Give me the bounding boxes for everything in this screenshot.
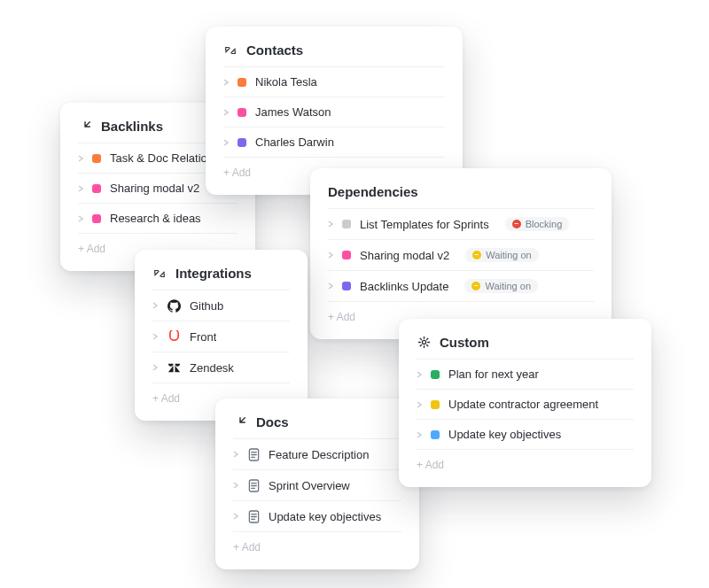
status-dot (342, 282, 351, 290)
card-header: Contacts (223, 43, 445, 66)
status-dot (238, 78, 246, 87)
list-item[interactable]: Update key objectives (417, 419, 634, 449)
list-item[interactable]: James Watson (223, 97, 445, 127)
card-docs: Docs Feature Description Sprint Overview… (215, 398, 419, 569)
item-label: Github (190, 299, 223, 313)
badge-blocking: − Blocking (505, 217, 570, 231)
add-button[interactable]: + Add (417, 449, 634, 478)
card-dependencies: Dependencies List Templates for Sprints … (310, 168, 612, 339)
card-title: Backlinks (101, 119, 163, 134)
item-label: Update contractor agreement (448, 398, 598, 411)
chevron-right-icon (223, 140, 229, 145)
document-icon (247, 447, 260, 461)
badge-label: Waiting on (486, 250, 532, 260)
card-integrations: Integrations Github Front Zendesk + Add (135, 250, 308, 421)
card-header: Docs (233, 414, 401, 438)
svg-point-3 (422, 340, 425, 344)
list-item[interactable]: Feature Description (233, 438, 401, 469)
list-item[interactable]: Github (152, 290, 290, 321)
card-header: Dependencies (328, 184, 594, 208)
github-icon (167, 298, 181, 313)
card-title: Integrations (175, 266, 252, 281)
chevron-right-icon (417, 402, 422, 407)
list-item[interactable]: Plan for next year (417, 359, 634, 389)
item-label: Update key objectives (269, 510, 381, 523)
item-label: Sharing modal v2 (360, 249, 449, 262)
status-dot (92, 184, 101, 193)
status-dot (238, 138, 246, 147)
link-arrows-icon (152, 267, 167, 281)
card-title: Contacts (246, 43, 303, 58)
minus-circle-icon: − (472, 251, 481, 259)
chevron-right-icon (152, 334, 158, 339)
chevron-right-icon (78, 186, 83, 191)
item-label: Sharing modal v2 (110, 182, 199, 195)
card-header: Custom (417, 335, 634, 359)
badge-label: Waiting on (485, 281, 531, 291)
item-label: Charles Darwin (255, 135, 334, 149)
status-dot (431, 400, 440, 409)
list-item[interactable]: Front (152, 321, 290, 352)
zendesk-icon (167, 360, 181, 375)
badge-waiting: − Waiting on (465, 248, 539, 262)
chevron-right-icon (233, 452, 238, 457)
arrow-in-icon (78, 120, 92, 134)
document-icon (247, 509, 260, 523)
add-button[interactable]: + Add (233, 531, 401, 561)
list-item[interactable]: Backlinks Update − Waiting on (328, 270, 594, 301)
chevron-right-icon (417, 432, 422, 437)
item-label: Sprint Overview (269, 479, 350, 492)
list-item[interactable]: Research & ideas (78, 203, 238, 233)
status-dot (238, 108, 246, 117)
item-label: James Watson (255, 105, 331, 119)
chevron-right-icon (328, 252, 333, 258)
status-dot (431, 370, 440, 379)
list-item[interactable]: Sprint Overview (233, 469, 401, 500)
minus-circle-icon: − (471, 282, 480, 290)
chevron-right-icon (233, 483, 238, 488)
list-item[interactable]: Sharing modal v2 − Waiting on (328, 239, 594, 270)
card-title: Dependencies (328, 184, 418, 199)
item-label: Nikola Tesla (255, 75, 317, 89)
status-dot (342, 220, 351, 228)
list-item[interactable]: Charles Darwin (223, 127, 445, 157)
chevron-right-icon (328, 221, 333, 227)
chevron-right-icon (152, 365, 158, 370)
chevron-right-icon (152, 303, 158, 308)
item-label: Front (190, 330, 216, 344)
item-label: Backlinks Update (360, 280, 448, 293)
chevron-right-icon (78, 216, 83, 221)
chevron-right-icon (78, 156, 83, 161)
item-label: Zendesk (190, 361, 234, 375)
list-item[interactable]: Zendesk (152, 352, 290, 383)
list-item[interactable]: Nikola Tesla (223, 66, 445, 97)
chevron-right-icon (223, 80, 229, 85)
card-header: Integrations (152, 266, 290, 290)
item-label: Update key objectives (448, 428, 561, 441)
gear-icon (417, 336, 431, 350)
arrow-in-icon (233, 415, 247, 429)
status-dot (92, 154, 101, 163)
list-item[interactable]: Update contractor agreement (417, 389, 634, 419)
chevron-right-icon (223, 110, 229, 115)
chevron-right-icon (233, 514, 238, 519)
link-arrows-icon (223, 43, 238, 58)
card-title: Custom (440, 335, 489, 350)
badge-waiting: − Waiting on (464, 279, 538, 293)
list-item[interactable]: Update key objectives (233, 500, 401, 531)
item-label: List Templates for Sprints (360, 218, 489, 231)
item-label: Feature Description (269, 448, 369, 461)
status-dot (342, 251, 351, 259)
front-icon (167, 329, 181, 344)
badge-label: Blocking (526, 219, 563, 229)
list-item[interactable]: List Templates for Sprints − Blocking (328, 208, 594, 239)
chevron-right-icon (328, 283, 333, 289)
status-dot (92, 214, 101, 223)
chevron-right-icon (417, 372, 422, 377)
document-icon (247, 478, 260, 492)
status-dot (431, 430, 440, 439)
card-title: Docs (256, 414, 289, 429)
item-label: Research & ideas (110, 212, 201, 225)
card-custom: Custom Plan for next year Update contrac… (399, 319, 651, 487)
item-label: Plan for next year (448, 368, 539, 381)
